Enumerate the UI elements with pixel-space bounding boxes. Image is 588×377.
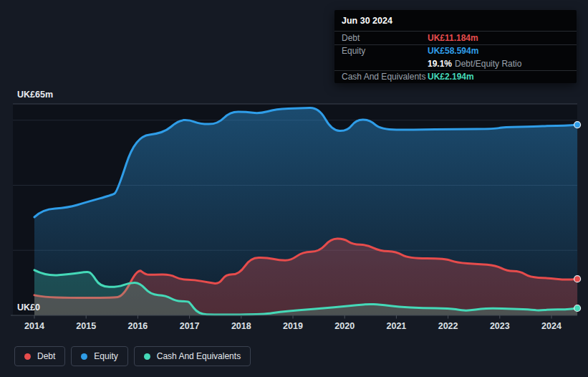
y-axis-zero-label: UK£0 <box>17 302 40 312</box>
debt-dot-icon <box>24 353 31 360</box>
tooltip-cash-row: Cash And Equivalents UK£2.194m <box>334 71 577 84</box>
tooltip-cash-label: Cash And Equivalents <box>342 72 428 82</box>
tooltip-ratio-value: 19.1%Debt/Equity Ratio <box>428 59 521 69</box>
legend-item-cash[interactable]: Cash And Equivalents <box>134 346 251 366</box>
date-tooltip: Jun 30 2024 Debt UK£11.184m Equity UK£58… <box>334 10 577 83</box>
legend-item-debt[interactable]: Debt <box>14 346 65 366</box>
tooltip-equity-label: Equity <box>342 46 428 56</box>
x-tick-label-2018: 2018 <box>231 321 251 331</box>
x-tick-label-2014: 2014 <box>24 321 44 331</box>
debt-equity-history-chart: 2014201520162017201820192020202120222023… <box>0 0 588 377</box>
tooltip-cash-value: UK£2.194m <box>428 72 474 82</box>
x-tick-label-2015: 2015 <box>76 321 96 331</box>
x-tick-label-2023: 2023 <box>490 321 510 331</box>
y-axis-max-label: UK£65m <box>17 90 53 100</box>
x-tick-label-2020: 2020 <box>334 321 355 331</box>
tooltip-ratio-row: 19.1%Debt/Equity Ratio <box>334 57 577 71</box>
tooltip-debt-row: Debt UK£11.184m <box>334 32 577 45</box>
tooltip-debt-label: Debt <box>342 33 428 43</box>
x-tick-label-2021: 2021 <box>386 321 406 331</box>
legend: Debt Equity Cash And Equivalents <box>14 346 251 366</box>
cash-dot-icon <box>144 353 150 360</box>
equity-dot-icon <box>81 353 87 360</box>
tooltip-date: Jun 30 2024 <box>334 10 577 32</box>
debt-end-marker <box>574 276 581 282</box>
x-tick-label-2019: 2019 <box>283 321 303 331</box>
cash-end-marker <box>574 305 581 312</box>
legend-debt-label: Debt <box>37 351 55 361</box>
x-axis <box>11 315 577 319</box>
x-tick-label-2022: 2022 <box>438 321 458 331</box>
tooltip-ratio-percent: 19.1% <box>428 59 452 69</box>
tooltip-ratio-label: Debt/Equity Ratio <box>455 59 521 69</box>
tooltip-debt-value: UK£11.184m <box>428 33 478 43</box>
x-tick-label-2017: 2017 <box>180 321 200 331</box>
legend-item-equity[interactable]: Equity <box>71 346 127 366</box>
legend-equity-label: Equity <box>94 351 117 361</box>
x-tick-label-2016: 2016 <box>127 321 148 331</box>
x-tick-label-2024: 2024 <box>541 321 562 331</box>
tooltip-equity-row: Equity UK£58.594m <box>334 45 577 58</box>
legend-cash-label: Cash And Equivalents <box>157 351 241 361</box>
tooltip-equity-value: UK£58.594m <box>428 46 478 56</box>
equity-end-marker <box>574 122 581 128</box>
